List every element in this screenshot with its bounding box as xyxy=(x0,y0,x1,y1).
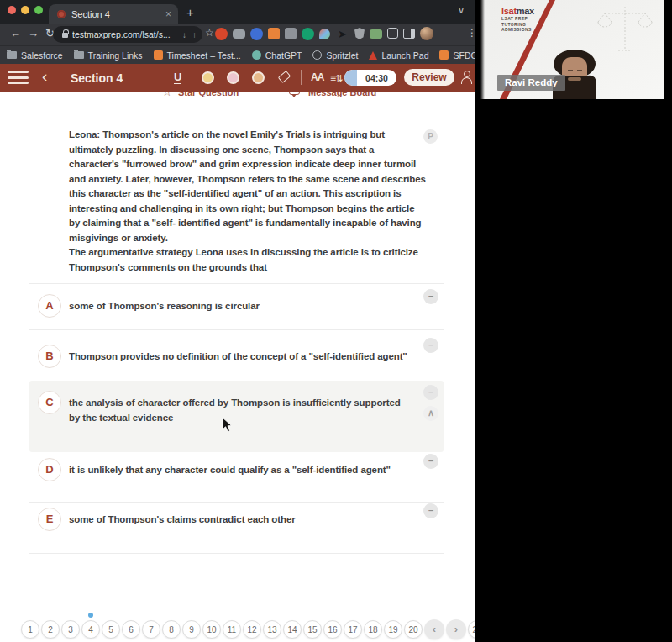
extension-icon[interactable] xyxy=(250,28,263,40)
browser-toolbar: ← → ↻ testmaxprep.com/lsat/s... ↓ ↑ ☆ ➤ xyxy=(0,24,475,45)
side-panel-icon[interactable] xyxy=(403,29,415,39)
page-button-10[interactable]: 10 xyxy=(202,620,221,639)
bookmark-sfdc[interactable]: SFDC xyxy=(439,50,475,61)
bookmark-salesforce[interactable]: Salesforce xyxy=(7,50,63,61)
extension-icon[interactable] xyxy=(268,28,280,39)
answer-text-a[interactable]: some of Thompson's reasoning is circular xyxy=(69,299,415,314)
eliminate-answer-e-icon[interactable]: – xyxy=(423,503,438,518)
page-button-2[interactable]: 2 xyxy=(41,620,60,639)
menu-hamburger-icon[interactable] xyxy=(8,71,29,87)
new-tab-button[interactable]: + xyxy=(186,5,194,19)
question-panel: ☆ Star Question Message Board Leona: Tho… xyxy=(0,92,475,642)
page-button-13[interactable]: 13 xyxy=(263,620,281,639)
answer-letter-d[interactable]: D xyxy=(38,458,61,482)
page-button-4[interactable]: 4 xyxy=(81,620,100,639)
bookmark-training-links[interactable]: Training Links xyxy=(74,50,143,61)
answer-text-e[interactable]: some of Thompson's claims contradict eac… xyxy=(69,513,415,528)
bookmark-timesheet[interactable]: Timesheet – Test... xyxy=(154,50,241,61)
chatgpt-icon xyxy=(252,50,261,60)
highlighter-orange-icon[interactable] xyxy=(252,71,265,84)
eliminate-answer-c-icon[interactable]: – xyxy=(423,385,438,400)
text-size-button[interactable]: AA xyxy=(311,71,323,83)
underline-tool-button[interactable]: U xyxy=(174,71,181,84)
lsatmax-logo: lsatmax LSAT PREP TUTORING ADMISSIONS xyxy=(501,6,534,33)
answer-text-c[interactable]: the analysis of character offered by Tho… xyxy=(69,396,407,425)
timer-pill[interactable]: 04:30 xyxy=(344,70,396,86)
back-icon[interactable]: ← xyxy=(10,27,21,39)
eliminate-answer-a-icon[interactable]: – xyxy=(423,289,438,304)
current-page-dot xyxy=(88,613,93,618)
page-button-12[interactable]: 12 xyxy=(243,620,261,639)
highlighter-pink-icon[interactable] xyxy=(227,71,239,84)
page-button-11[interactable]: 11 xyxy=(223,620,241,639)
extension-icon[interactable] xyxy=(319,29,330,39)
account-person-icon[interactable] xyxy=(460,71,473,84)
forward-icon[interactable]: → xyxy=(28,27,39,39)
section-back-icon[interactable]: ‹ xyxy=(42,67,47,86)
window-minimize-button[interactable] xyxy=(21,6,29,14)
tab-search-icon[interactable]: ∨ xyxy=(458,5,465,16)
extension-icon[interactable] xyxy=(285,28,297,39)
page-button-16[interactable]: 16 xyxy=(323,620,342,639)
page-button-1[interactable]: 1 xyxy=(21,620,39,639)
page-button-15[interactable]: 15 xyxy=(303,620,322,639)
page-button-14[interactable]: 14 xyxy=(283,620,302,639)
answer-letter-c[interactable]: C xyxy=(38,391,61,414)
answer-text-b[interactable]: Thompson provides no definition of the c… xyxy=(69,350,415,365)
highlighter-yellow-icon[interactable] xyxy=(202,71,214,84)
tab-close-icon[interactable]: × xyxy=(165,8,171,20)
browser-menu-icon[interactable]: ⋮ xyxy=(467,27,475,39)
extensions-puzzle-icon[interactable] xyxy=(387,28,398,39)
extension-icon[interactable] xyxy=(302,28,314,40)
bookmark-chatgpt[interactable]: ChatGPT xyxy=(252,50,302,61)
page-button-19[interactable]: 19 xyxy=(384,620,402,639)
eliminate-answer-d-icon[interactable]: – xyxy=(423,454,438,469)
page-button-9[interactable]: 9 xyxy=(182,620,201,639)
answer-letter-b[interactable]: B xyxy=(38,345,61,368)
page-button-20[interactable]: 20 xyxy=(404,620,423,639)
window-zoom-button[interactable] xyxy=(34,6,43,14)
folder-icon xyxy=(74,51,84,59)
bookmark-star-icon[interactable]: ☆ xyxy=(205,27,214,39)
sfdc-icon xyxy=(439,50,449,60)
page-button-18[interactable]: 18 xyxy=(364,620,382,639)
answer-letter-a[interactable]: A xyxy=(38,294,61,318)
timesheet-icon xyxy=(154,50,163,60)
extension-icon[interactable] xyxy=(233,29,245,39)
bookmark-spritzlet[interactable]: Spritzlet xyxy=(312,50,358,61)
review-button[interactable]: Review xyxy=(404,69,454,86)
extension-icon[interactable]: ➤ xyxy=(335,27,349,41)
bookmark-launch-pad[interactable]: Launch Pad xyxy=(369,50,428,61)
answer-text-d[interactable]: it is unlikely that any character could … xyxy=(69,463,415,478)
eliminate-answer-b-icon[interactable]: – xyxy=(423,338,438,353)
collapse-answer-c-icon[interactable]: ∧ xyxy=(423,406,438,421)
page-button-5[interactable]: 5 xyxy=(102,620,120,639)
address-bar[interactable]: testmaxprep.com/lsat/s... ↓ ↑ xyxy=(53,26,202,43)
profile-avatar[interactable] xyxy=(420,27,433,40)
toolbar-divider xyxy=(301,70,302,85)
page-button-6[interactable]: 6 xyxy=(122,620,140,639)
answer-letter-e[interactable]: E xyxy=(38,508,61,531)
window-close-button[interactable] xyxy=(8,6,16,14)
browser-tab[interactable]: Section 4 × xyxy=(49,4,178,24)
page-button-3[interactable]: 3 xyxy=(61,620,80,639)
page-next-icon[interactable]: › xyxy=(446,619,466,639)
question-pagination: 1 2 3 4 5 6 7 8 9 10 11 12 13 14 15 16 1… xyxy=(21,619,475,639)
answer-row-e[interactable] xyxy=(0,502,475,553)
page-button-7[interactable]: 7 xyxy=(142,620,160,639)
page-prev-icon[interactable]: ‹ xyxy=(424,619,444,639)
launchpad-icon xyxy=(369,51,377,60)
install-icon[interactable]: ↓ xyxy=(182,30,186,39)
line-spacing-icon[interactable]: ≡⇅ xyxy=(330,72,342,84)
lock-icon xyxy=(62,33,68,38)
shield-extension-icon[interactable] xyxy=(354,28,365,39)
page-button-17[interactable]: 17 xyxy=(344,620,362,639)
extension-icon[interactable] xyxy=(215,28,228,40)
share-icon[interactable]: ↑ xyxy=(192,30,197,39)
screen: Section 4 × + ∨ ← → ↻ testmaxprep.com/ls… xyxy=(0,0,672,642)
video-tile[interactable]: lsatmax LSAT PREP TUTORING ADMISSIONS Ra… xyxy=(480,0,664,99)
extension-icon[interactable] xyxy=(370,29,382,39)
page-button-21[interactable]: 21 xyxy=(468,620,475,639)
mouse-cursor xyxy=(222,417,233,433)
page-button-8[interactable]: 8 xyxy=(162,620,181,639)
